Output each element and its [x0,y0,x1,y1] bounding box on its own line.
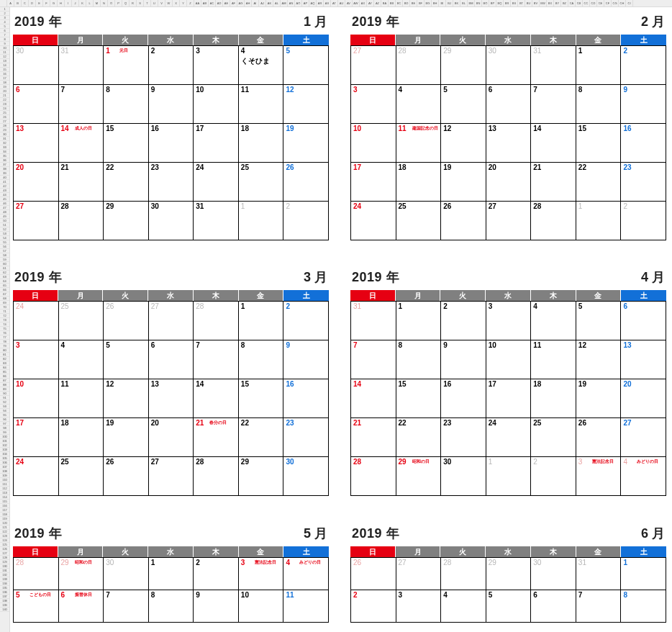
date-cell[interactable]: 10 [486,340,532,379]
date-cell[interactable]: 14 [351,379,396,418]
date-cell[interactable]: 4 [441,590,486,623]
date-cell[interactable]: 8 [239,340,284,379]
date-cell[interactable]: 22 [239,418,284,457]
column-header[interactable]: AN [288,0,295,6]
date-cell[interactable]: 2 [283,302,329,340]
column-header[interactable]: D [29,0,36,6]
date-cell[interactable]: 3 [14,340,59,379]
date-cell[interactable]: 17 [486,379,532,418]
date-cell[interactable]: 13 [486,124,532,163]
date-cell[interactable]: 27 [486,202,532,240]
date-cell[interactable]: 6 [621,302,666,340]
column-header[interactable]: BI [439,0,446,6]
date-cell[interactable]: 14成人の日 [59,124,104,163]
date-cell[interactable]: 16 [621,124,666,163]
date-cell[interactable]: 1 [239,202,284,240]
column-header[interactable]: CA [568,0,576,6]
date-cell[interactable]: 11建国記念の日 [396,124,442,163]
date-cell[interactable]: 25 [59,302,104,340]
column-header[interactable]: X [173,0,180,6]
date-cell[interactable]: 22 [396,418,442,457]
column-header[interactable]: Q [122,0,130,6]
column-header[interactable]: E [36,0,43,6]
row-ruler[interactable]: 1234567891011121314151617181920212223242… [0,7,10,632]
date-cell[interactable]: 18 [531,379,576,418]
date-cell[interactable]: 25 [396,202,442,240]
column-header[interactable]: AC [209,0,216,6]
column-header[interactable]: A [7,0,14,6]
column-header[interactable]: Y [180,0,187,6]
date-cell[interactable]: 19 [283,124,329,163]
column-header[interactable]: AM [281,0,288,6]
date-cell[interactable]: 13 [14,124,59,163]
date-cell[interactable]: 11 [239,85,284,124]
date-cell[interactable]: 28 [194,457,239,496]
date-cell[interactable]: 9 [194,590,239,623]
date-cell[interactable]: 1 [396,302,442,340]
column-header[interactable]: W [165,0,173,6]
date-cell[interactable]: 21 [531,163,576,202]
column-header[interactable]: V [158,0,165,6]
date-cell[interactable]: 26 [576,418,622,457]
date-cell[interactable]: 18 [396,163,442,202]
column-header[interactable]: M [94,0,101,6]
date-cell[interactable]: 27 [396,558,442,590]
column-header[interactable]: AO [295,0,302,6]
date-cell[interactable]: 3 [194,46,239,85]
date-cell[interactable]: 28 [194,302,239,340]
column-header[interactable]: AF [230,0,237,6]
date-cell[interactable]: 14 [194,379,239,418]
date-cell[interactable]: 8 [104,85,149,124]
date-cell[interactable]: 20 [149,418,194,457]
date-cell[interactable]: 2 [283,202,329,240]
column-header[interactable]: BJ [446,0,453,6]
column-ruler[interactable]: ABCDEFGHIJKLMNOPQRSTUVWXYZAAABACADAEAFAG… [0,0,672,7]
date-cell[interactable]: 7 [576,590,622,623]
column-header[interactable]: G [50,0,58,6]
column-header[interactable]: BD [403,0,410,6]
date-cell[interactable]: 28 [14,558,59,590]
column-header[interactable]: BA [381,0,389,6]
column-header[interactable]: CF [604,0,612,6]
date-cell[interactable]: 30 [441,457,486,496]
date-cell[interactable]: 10 [14,379,59,418]
date-cell[interactable]: 27 [149,302,194,340]
column-header[interactable]: AK [266,0,273,6]
date-cell[interactable]: 10 [239,590,284,623]
date-cell[interactable]: 21春分の日 [194,418,239,457]
date-cell[interactable]: 8 [576,85,622,124]
date-cell[interactable]: 23 [621,163,666,202]
column-header[interactable]: BP [489,0,496,6]
date-cell[interactable]: 6 [531,590,576,623]
date-cell[interactable]: 31 [59,46,104,85]
date-cell[interactable]: 2 [441,302,486,340]
date-cell[interactable]: 1 [149,558,194,590]
date-cell[interactable]: 5 [283,46,329,85]
date-cell[interactable]: 27 [14,202,59,240]
date-cell[interactable]: 1 [576,202,622,240]
column-header[interactable]: BL [460,0,468,6]
column-header[interactable]: BB [389,0,396,6]
column-header[interactable]: L [86,0,94,6]
date-cell[interactable]: 4みどりの日 [283,558,329,590]
date-cell[interactable]: 18 [59,418,104,457]
column-header[interactable]: AR [317,0,324,6]
column-header[interactable]: C [22,0,29,6]
date-cell[interactable]: 22 [104,163,149,202]
date-cell[interactable]: 26 [104,302,149,340]
date-cell[interactable]: 3憲法記念日 [576,457,622,496]
date-cell[interactable]: 17 [351,163,396,202]
date-cell[interactable]: 25 [59,457,104,496]
date-cell[interactable]: 6振替休日 [59,590,104,623]
date-cell[interactable]: 2 [621,46,666,85]
column-header[interactable]: AZ [374,0,381,6]
date-cell[interactable]: 27 [351,46,396,85]
date-cell[interactable]: 12 [283,85,329,124]
date-cell[interactable]: 25 [239,163,284,202]
column-header[interactable]: AS [324,0,331,6]
date-cell[interactable]: 7 [351,340,396,379]
date-cell[interactable]: 14 [531,124,576,163]
date-cell[interactable]: 18 [239,124,284,163]
column-header[interactable]: AH [245,0,252,6]
column-header[interactable]: AD [216,0,223,6]
